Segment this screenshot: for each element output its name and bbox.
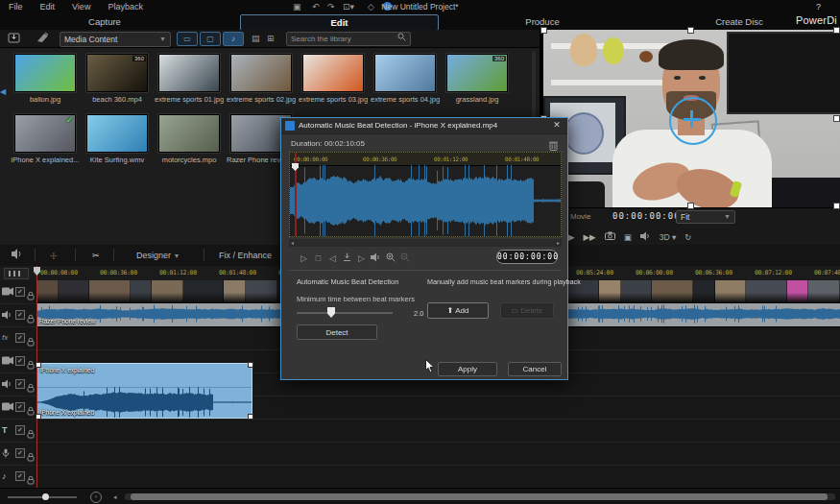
selection-handle[interactable] (687, 203, 694, 209)
selection-handle[interactable] (540, 27, 547, 34)
filter-music-button[interactable]: ♪ (223, 32, 244, 46)
step-forward-button[interactable]: ▷ (354, 253, 369, 263)
split-scissors-icon[interactable]: ✂ (92, 249, 100, 262)
lock-icon[interactable] (27, 471, 35, 489)
import-media-icon[interactable] (8, 32, 22, 45)
detail-view-icon[interactable]: ⊞ (267, 32, 275, 45)
lock-icon[interactable] (27, 310, 35, 327)
step-back-button[interactable]: ◁ (325, 253, 340, 263)
cancel-button[interactable]: Cancel (508, 362, 562, 376)
selection-handle[interactable] (833, 203, 840, 209)
apply-button[interactable]: Apply (438, 362, 497, 376)
lock-icon[interactable] (27, 448, 35, 466)
add-marker-button[interactable]: ⬆ Add (427, 302, 489, 319)
media-content-dropdown[interactable]: Media Content▼ (60, 32, 171, 47)
slider-thumb[interactable] (327, 307, 335, 318)
list-view-icon[interactable]: ▤ (252, 32, 260, 45)
lock-icon[interactable] (27, 425, 35, 443)
search-input[interactable]: Search the library (286, 32, 411, 46)
preview-zoom-dropdown[interactable]: Fit▼ (676, 210, 735, 224)
clip-handle[interactable] (36, 414, 41, 420)
library-item[interactable]: extreme sports 03.jpg (302, 54, 364, 104)
timeline-scrollbar[interactable] (125, 493, 835, 500)
lock-icon[interactable] (27, 287, 35, 304)
fix-enhance-button[interactable]: Fix / Enhance (219, 249, 272, 262)
dialog-close-button[interactable]: ✕ (551, 120, 563, 130)
track-enable-checkbox[interactable]: ✓ (15, 402, 25, 412)
video-thumbnail-segment (621, 280, 653, 302)
beat-interval-slider[interactable] (297, 312, 393, 314)
snap-icon[interactable]: -|- (50, 249, 57, 262)
3d-icon[interactable]: 3D ▾ (660, 232, 677, 242)
scroll-left-arrow[interactable]: ◂ (113, 493, 117, 501)
dialog-scrollbar[interactable]: ◂ ▸ (289, 239, 562, 247)
lock-icon[interactable] (27, 333, 35, 350)
preview-video-frame[interactable] (543, 30, 840, 207)
scrollbar-thumb[interactable] (131, 493, 828, 500)
collapse-panel-icon[interactable]: ◀ (0, 87, 6, 96)
mode-tabs-row: CaptureEditProduceCreate Disc PowerDi (0, 13, 840, 31)
clip-handle[interactable] (248, 362, 253, 368)
library-item[interactable]: 360grassland.jpg (446, 54, 508, 104)
zoom-fit-icon[interactable]: ◦ (90, 492, 102, 503)
track-enable-checkbox[interactable]: ✓ (15, 379, 25, 389)
pip-center-circle[interactable] (669, 97, 717, 145)
library-item[interactable]: motorcycles.mpo (158, 114, 220, 164)
ruler-options-button[interactable] (4, 268, 29, 279)
filter-photo-button[interactable]: ▢ (200, 32, 221, 46)
tab-capture[interactable]: Capture (47, 14, 162, 29)
lock-icon[interactable] (27, 379, 35, 396)
track-enable-checkbox[interactable]: ✓ (15, 471, 25, 481)
lock-icon[interactable] (27, 356, 35, 373)
playhead[interactable] (36, 266, 37, 488)
dialog-titlebar[interactable]: Automatic Music Beat Detection - iPhone … (281, 118, 567, 134)
scroll-right[interactable]: ▸ (557, 239, 560, 247)
selection-handle[interactable] (687, 27, 694, 34)
track-enable-checkbox[interactable]: ✓ (15, 356, 25, 366)
library-item[interactable]: extreme sports 02.jpg (230, 54, 292, 104)
zoom-in-button[interactable] (383, 252, 397, 264)
stop-button[interactable]: □ (311, 253, 325, 263)
library-item[interactable]: extreme sports 01.jpg (158, 54, 220, 104)
library-item[interactable]: ✓iPhone X explained... (14, 114, 76, 164)
clip-handle[interactable] (36, 362, 41, 368)
track-header-video: ✓ (0, 349, 36, 373)
track-manager-icon[interactable] (12, 249, 24, 263)
add-marker-button[interactable] (340, 252, 354, 264)
loop-icon[interactable]: ↻ (684, 232, 691, 242)
filter-video-button[interactable]: ▭ (177, 32, 198, 46)
designer-dropdown[interactable]: Designer ▼ (136, 249, 180, 263)
track-enable-checkbox[interactable]: ✓ (15, 287, 25, 297)
delete-marker-button[interactable]: ▭ Delete (500, 302, 554, 319)
volume-icon[interactable] (640, 231, 651, 243)
preview-mode-label[interactable]: Movie (570, 212, 590, 221)
snapshot-icon[interactable] (605, 231, 615, 242)
track-enable-checkbox[interactable]: ✓ (15, 333, 25, 343)
ruler-label: 00:06:36:00 (695, 269, 732, 276)
clip-handle[interactable] (248, 414, 253, 420)
scroll-left[interactable]: ◂ (291, 239, 294, 247)
zoom-slider-thumb[interactable] (42, 493, 49, 500)
selection-handle[interactable] (833, 115, 840, 122)
volume-button[interactable] (369, 252, 383, 264)
preview-quality-icon[interactable]: ▣ (624, 232, 632, 242)
selected-clip-iphone[interactable]: iPhone X explained iPhone X explained (36, 363, 252, 419)
zoom-out-button[interactable] (397, 252, 412, 264)
media-room-icon[interactable] (36, 32, 50, 45)
lock-icon[interactable] (27, 402, 35, 420)
selection-handle[interactable] (833, 27, 840, 34)
play-button[interactable]: ▷ (297, 253, 311, 263)
help-button[interactable]: ? (816, 1, 821, 12)
library-item[interactable]: Kite Surfing.wmv (86, 114, 148, 164)
dialog-waveform-area[interactable]: 00:00:00:0000:00:36:0000:01:12:0000:01:4… (289, 152, 562, 237)
library-item[interactable]: extreme sports 04.jpg (374, 54, 436, 104)
play-icon[interactable]: ▶ (568, 232, 575, 242)
detect-button[interactable]: Detect (297, 324, 377, 340)
fast-forward-icon[interactable]: ▶▶ (584, 232, 596, 242)
tab-edit[interactable]: Edit (240, 14, 439, 31)
library-item[interactable]: ballon.jpg (14, 54, 76, 104)
track-enable-checkbox[interactable]: ✓ (15, 425, 25, 435)
track-enable-checkbox[interactable]: ✓ (15, 448, 25, 458)
library-item[interactable]: 360beach 360.mp4 (86, 54, 148, 104)
track-enable-checkbox[interactable]: ✓ (15, 310, 25, 320)
